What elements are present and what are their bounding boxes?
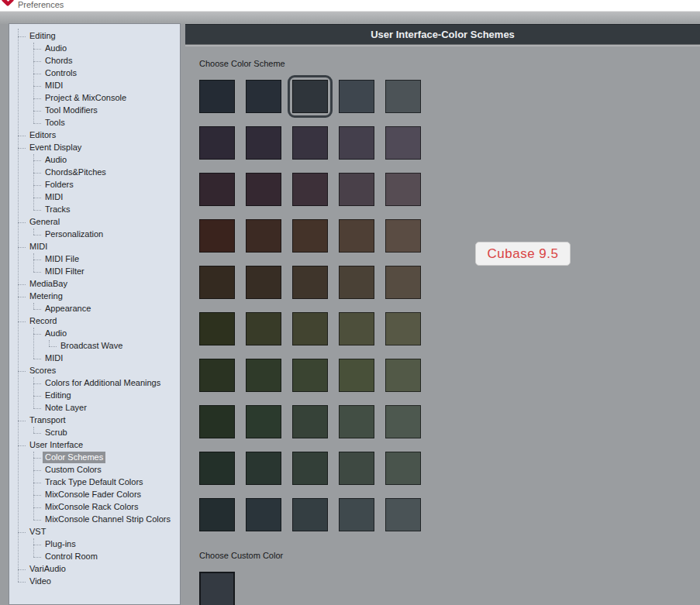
color-scheme-swatch-r7c4[interactable] bbox=[339, 359, 374, 392]
color-scheme-swatch-r10c4[interactable] bbox=[339, 498, 374, 531]
color-scheme-swatch-r4c4[interactable] bbox=[339, 219, 374, 253]
sidebar-item-video[interactable]: Video bbox=[18, 576, 53, 588]
sidebar-item-chords[interactable]: Chords bbox=[33, 55, 74, 67]
color-scheme-swatch-r9c1[interactable] bbox=[199, 452, 235, 485]
sidebar-item-midi-file[interactable]: MIDI File bbox=[33, 253, 81, 266]
sidebar-item-event-display[interactable]: Event Display bbox=[18, 142, 84, 154]
sidebar-item-tool-modifiers[interactable]: Tool Modifiers bbox=[33, 105, 100, 117]
color-scheme-swatch-r1c5[interactable] bbox=[385, 80, 421, 113]
sidebar-item-control-room[interactable]: Control Room bbox=[33, 551, 100, 563]
color-scheme-swatch-r10c1[interactable] bbox=[199, 498, 235, 531]
sidebar-item-label: Plug-ins bbox=[43, 538, 78, 550]
sidebar-item-midi[interactable]: MIDI bbox=[33, 80, 65, 92]
sidebar-item-midi[interactable]: MIDI bbox=[33, 352, 65, 365]
sidebar-item-metering[interactable]: Metering bbox=[18, 290, 65, 303]
sidebar-item-label: Broadcast Wave bbox=[58, 340, 125, 352]
color-scheme-swatch-r6c5[interactable] bbox=[385, 312, 421, 345]
sidebar-item-tracks[interactable]: Tracks bbox=[33, 204, 73, 216]
sidebar-item-note-layer[interactable]: Note Layer bbox=[33, 402, 89, 414]
color-scheme-swatch-r8c5[interactable] bbox=[385, 405, 421, 438]
sidebar-item-mediabay[interactable]: MediaBay bbox=[18, 278, 70, 290]
sidebar-item-broadcast-wave[interactable]: Broadcast Wave bbox=[49, 340, 125, 352]
sidebar-item-record[interactable]: Record bbox=[18, 315, 59, 328]
sidebar-item-vst[interactable]: VST bbox=[18, 526, 48, 538]
color-scheme-swatch-r5c2[interactable] bbox=[246, 266, 281, 299]
color-scheme-swatch-r9c2[interactable] bbox=[246, 452, 281, 485]
sidebar-item-personalization[interactable]: Personalization bbox=[33, 229, 105, 241]
color-scheme-swatch-r4c5[interactable] bbox=[385, 219, 421, 253]
section-header: User Interface-Color Schemes bbox=[185, 24, 700, 44]
sidebar-item-midi-filter[interactable]: MIDI Filter bbox=[33, 266, 87, 278]
color-scheme-swatch-r6c3[interactable] bbox=[292, 312, 328, 345]
color-scheme-swatch-r6c2[interactable] bbox=[246, 312, 281, 345]
sidebar-item-plug-ins[interactable]: Plug-ins bbox=[33, 538, 78, 551]
sidebar-item-editors[interactable]: Editors bbox=[18, 129, 58, 142]
color-scheme-swatch-r7c3[interactable] bbox=[292, 359, 328, 392]
sidebar-item-midi[interactable]: MIDI bbox=[18, 241, 50, 253]
color-scheme-swatch-r9c3[interactable] bbox=[292, 452, 328, 485]
color-scheme-swatch-r2c5[interactable] bbox=[385, 126, 421, 160]
color-scheme-swatch-r2c2[interactable] bbox=[246, 126, 281, 160]
color-scheme-swatch-r3c3[interactable] bbox=[292, 173, 328, 206]
color-scheme-swatch-r4c3[interactable] bbox=[292, 219, 328, 253]
sidebar-item-custom-colors[interactable]: Custom Colors bbox=[33, 464, 104, 476]
color-scheme-swatch-r6c1[interactable] bbox=[199, 312, 235, 345]
color-scheme-swatch-r7c5[interactable] bbox=[385, 359, 421, 392]
sidebar-item-controls[interactable]: Controls bbox=[33, 67, 79, 80]
sidebar-item-audio[interactable]: Audio bbox=[33, 43, 69, 55]
color-scheme-swatch-r10c5[interactable] bbox=[385, 498, 421, 531]
color-scheme-swatch-r3c1[interactable] bbox=[199, 173, 235, 206]
color-scheme-swatch-r1c4[interactable] bbox=[339, 80, 374, 113]
color-scheme-swatch-r5c5[interactable] bbox=[385, 266, 421, 299]
color-scheme-swatch-r7c2[interactable] bbox=[246, 359, 281, 392]
color-scheme-swatch-r4c1[interactable] bbox=[199, 219, 235, 253]
color-scheme-swatch-r2c4[interactable] bbox=[339, 126, 374, 160]
color-scheme-swatch-r8c3[interactable] bbox=[292, 405, 328, 438]
sidebar-item-colors-for-additional-meanings[interactable]: Colors for Additional Meanings bbox=[33, 377, 163, 390]
color-scheme-swatch-r8c1[interactable] bbox=[199, 405, 235, 438]
color-scheme-swatch-r9c5[interactable] bbox=[385, 452, 421, 485]
sidebar-item-label: MIDI bbox=[43, 80, 65, 91]
sidebar-item-variaudio[interactable]: VariAudio bbox=[18, 563, 68, 576]
sidebar-item-editing[interactable]: Editing bbox=[18, 30, 58, 43]
sidebar-item-user-interface[interactable]: User Interface bbox=[18, 439, 85, 452]
color-scheme-swatch-r2c3[interactable] bbox=[292, 126, 328, 160]
color-scheme-swatch-r2c1[interactable] bbox=[199, 126, 235, 160]
sidebar-item-general[interactable]: General bbox=[18, 216, 62, 229]
color-scheme-swatch-r5c4[interactable] bbox=[339, 266, 374, 299]
color-scheme-swatch-r7c1[interactable] bbox=[199, 359, 235, 392]
color-scheme-swatch-r10c3[interactable] bbox=[292, 498, 328, 531]
color-scheme-swatch-r8c4[interactable] bbox=[339, 405, 374, 438]
sidebar-item-scrub[interactable]: Scrub bbox=[33, 427, 70, 439]
sidebar-item-editing[interactable]: Editing bbox=[33, 390, 74, 402]
sidebar-item-chords-pitches[interactable]: Chords&Pitches bbox=[33, 167, 109, 179]
sidebar-item-color-schemes[interactable]: Color Schemes bbox=[33, 452, 105, 464]
color-scheme-swatch-r5c1[interactable] bbox=[199, 266, 235, 299]
sidebar-item-audio[interactable]: Audio bbox=[33, 328, 69, 340]
color-scheme-swatch-r3c4[interactable] bbox=[339, 173, 374, 206]
sidebar-item-tools[interactable]: Tools bbox=[33, 117, 67, 129]
sidebar-item-label: Custom Colors bbox=[43, 464, 104, 476]
sidebar-item-mixconsole-fader-colors[interactable]: MixConsole Fader Colors bbox=[33, 489, 143, 501]
color-scheme-swatch-r8c2[interactable] bbox=[246, 405, 281, 438]
sidebar-item-midi[interactable]: MIDI bbox=[33, 191, 65, 204]
sidebar-item-mixconsole-channel-strip-colors[interactable]: MixConsole Channel Strip Colors bbox=[33, 514, 173, 526]
color-scheme-swatch-r3c5[interactable] bbox=[385, 173, 421, 206]
color-scheme-swatch-r10c2[interactable] bbox=[246, 498, 281, 531]
color-scheme-swatch-r3c2[interactable] bbox=[246, 173, 281, 206]
color-scheme-swatch-r5c3[interactable] bbox=[292, 266, 328, 299]
sidebar-item-scores[interactable]: Scores bbox=[18, 365, 58, 377]
custom-color-swatch[interactable] bbox=[199, 572, 235, 605]
color-scheme-swatch-r6c4[interactable] bbox=[339, 312, 374, 345]
color-scheme-swatch-r1c1[interactable] bbox=[199, 80, 235, 113]
sidebar-item-project-mixconsole[interactable]: Project & MixConsole bbox=[33, 92, 129, 105]
sidebar-item-audio[interactable]: Audio bbox=[33, 154, 69, 167]
color-scheme-swatch-r1c2[interactable] bbox=[246, 80, 281, 113]
color-scheme-swatch-r9c4[interactable] bbox=[339, 452, 374, 485]
sidebar-item-folders[interactable]: Folders bbox=[33, 179, 76, 191]
color-scheme-swatch-r4c2[interactable] bbox=[246, 219, 281, 253]
sidebar-item-transport[interactable]: Transport bbox=[18, 414, 68, 427]
sidebar-item-mixconsole-rack-colors[interactable]: MixConsole Rack Colors bbox=[33, 501, 140, 514]
sidebar-item-appearance[interactable]: Appearance bbox=[33, 303, 93, 315]
sidebar-item-track-type-default-colors[interactable]: Track Type Default Colors bbox=[33, 476, 146, 489]
